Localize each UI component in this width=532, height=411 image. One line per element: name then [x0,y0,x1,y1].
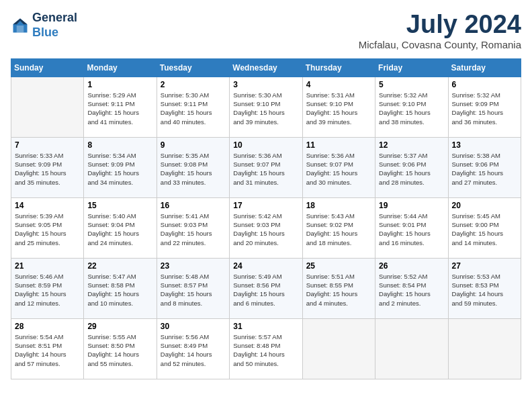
day-info: Sunrise: 5:47 AM Sunset: 8:58 PM Dayligh… [87,272,152,308]
day-number: 19 [379,201,444,210]
day-number: 27 [452,261,517,271]
logo: General Blue [11,11,77,40]
day-cell: 17Sunrise: 5:42 AM Sunset: 9:03 PM Dayli… [230,197,302,258]
day-number: 13 [452,140,517,150]
day-info: Sunrise: 5:42 AM Sunset: 9:03 PM Dayligh… [233,212,298,247]
day-cell: 27Sunrise: 5:53 AM Sunset: 8:53 PM Dayli… [448,258,521,318]
day-cell: 22Sunrise: 5:47 AM Sunset: 8:58 PM Dayli… [84,258,157,318]
title-area: July 2024 Micfalau, Covasna County, Roma… [359,11,521,50]
day-cell: 14Sunrise: 5:39 AM Sunset: 9:05 PM Dayli… [11,197,84,258]
logo-icon [11,16,30,35]
day-number: 11 [306,140,371,150]
day-info: Sunrise: 5:31 AM Sunset: 9:10 PM Dayligh… [306,91,371,126]
day-cell: 1Sunrise: 5:29 AM Sunset: 9:11 PM Daylig… [84,77,157,137]
header-day-friday: Friday [375,58,448,77]
day-number: 6 [452,80,517,89]
day-info: Sunrise: 5:43 AM Sunset: 9:02 PM Dayligh… [306,212,371,247]
day-number: 31 [233,322,298,331]
day-cell: 4Sunrise: 5:31 AM Sunset: 9:10 PM Daylig… [302,77,375,137]
header-day-tuesday: Tuesday [157,58,229,77]
day-info: Sunrise: 5:45 AM Sunset: 9:00 PM Dayligh… [452,212,517,247]
day-cell: 29Sunrise: 5:55 AM Sunset: 8:50 PM Dayli… [84,318,157,379]
day-number: 10 [233,140,298,150]
day-cell: 25Sunrise: 5:51 AM Sunset: 8:55 PM Dayli… [302,258,375,318]
day-info: Sunrise: 5:29 AM Sunset: 9:11 PM Dayligh… [87,91,152,126]
day-number: 12 [379,140,444,150]
day-info: Sunrise: 5:48 AM Sunset: 8:57 PM Dayligh… [161,272,226,308]
header-day-sunday: Sunday [11,58,84,77]
day-cell: 3Sunrise: 5:30 AM Sunset: 9:10 PM Daylig… [230,77,302,137]
day-info: Sunrise: 5:46 AM Sunset: 8:59 PM Dayligh… [15,272,80,308]
day-number: 21 [15,261,80,271]
day-info: Sunrise: 5:36 AM Sunset: 9:07 PM Dayligh… [306,151,371,187]
day-cell: 15Sunrise: 5:40 AM Sunset: 9:04 PM Dayli… [84,197,157,258]
day-number: 18 [306,201,371,210]
day-number: 9 [161,140,226,150]
page-header: General Blue July 2024 Micfalau, Covasna… [11,11,521,50]
day-info: Sunrise: 5:54 AM Sunset: 8:51 PM Dayligh… [15,332,80,368]
day-number: 4 [306,80,371,89]
header-day-monday: Monday [84,58,157,77]
month-title: July 2024 [359,11,521,39]
day-cell: 5Sunrise: 5:32 AM Sunset: 9:10 PM Daylig… [375,77,448,137]
day-info: Sunrise: 5:40 AM Sunset: 9:04 PM Dayligh… [87,212,152,247]
day-cell: 6Sunrise: 5:32 AM Sunset: 9:09 PM Daylig… [448,77,521,137]
day-cell: 24Sunrise: 5:49 AM Sunset: 8:56 PM Dayli… [230,258,302,318]
day-number: 23 [161,261,226,271]
day-info: Sunrise: 5:57 AM Sunset: 8:48 PM Dayligh… [233,332,298,368]
day-cell: 20Sunrise: 5:45 AM Sunset: 9:00 PM Dayli… [448,197,521,258]
day-cell: 16Sunrise: 5:41 AM Sunset: 9:03 PM Dayli… [157,197,229,258]
day-number: 1 [87,80,152,89]
day-number: 30 [161,322,226,331]
day-cell [11,77,84,137]
day-number: 26 [379,261,444,271]
day-info: Sunrise: 5:37 AM Sunset: 9:06 PM Dayligh… [379,151,444,187]
day-info: Sunrise: 5:30 AM Sunset: 9:11 PM Dayligh… [161,91,226,126]
day-info: Sunrise: 5:41 AM Sunset: 9:03 PM Dayligh… [161,212,226,247]
day-number: 5 [379,80,444,89]
day-cell: 18Sunrise: 5:43 AM Sunset: 9:02 PM Dayli… [302,197,375,258]
day-info: Sunrise: 5:52 AM Sunset: 8:54 PM Dayligh… [379,272,444,308]
day-number: 24 [233,261,298,271]
day-info: Sunrise: 5:44 AM Sunset: 9:01 PM Dayligh… [379,212,444,247]
day-number: 20 [452,201,517,210]
day-cell: 31Sunrise: 5:57 AM Sunset: 8:48 PM Dayli… [230,318,302,379]
day-cell [375,318,448,379]
day-info: Sunrise: 5:35 AM Sunset: 9:08 PM Dayligh… [161,151,226,187]
calendar-body: 1Sunrise: 5:29 AM Sunset: 9:11 PM Daylig… [11,77,521,379]
day-info: Sunrise: 5:56 AM Sunset: 8:49 PM Dayligh… [161,332,226,368]
day-number: 15 [87,201,152,210]
day-cell: 23Sunrise: 5:48 AM Sunset: 8:57 PM Dayli… [157,258,229,318]
week-row-2: 7Sunrise: 5:33 AM Sunset: 9:09 PM Daylig… [11,137,521,197]
day-cell: 2Sunrise: 5:30 AM Sunset: 9:11 PM Daylig… [157,77,229,137]
svg-rect-2 [17,26,24,33]
calendar-header: SundayMondayTuesdayWednesdayThursdayFrid… [11,58,521,77]
day-cell: 19Sunrise: 5:44 AM Sunset: 9:01 PM Dayli… [375,197,448,258]
day-number: 8 [87,140,152,150]
day-info: Sunrise: 5:38 AM Sunset: 9:06 PM Dayligh… [452,151,517,187]
week-row-1: 1Sunrise: 5:29 AM Sunset: 9:11 PM Daylig… [11,77,521,137]
day-info: Sunrise: 5:39 AM Sunset: 9:05 PM Dayligh… [15,212,80,247]
day-cell: 9Sunrise: 5:35 AM Sunset: 9:08 PM Daylig… [157,137,229,197]
header-day-saturday: Saturday [448,58,521,77]
day-info: Sunrise: 5:32 AM Sunset: 9:10 PM Dayligh… [379,91,444,126]
logo-general: General [32,11,77,24]
header-day-thursday: Thursday [302,58,375,77]
day-cell: 28Sunrise: 5:54 AM Sunset: 8:51 PM Dayli… [11,318,84,379]
day-number: 3 [233,80,298,89]
day-number: 2 [161,80,226,89]
day-info: Sunrise: 5:51 AM Sunset: 8:55 PM Dayligh… [306,272,371,308]
day-number: 25 [306,261,371,271]
day-info: Sunrise: 5:32 AM Sunset: 9:09 PM Dayligh… [452,91,517,126]
logo-blue: Blue [32,26,58,39]
header-row: SundayMondayTuesdayWednesdayThursdayFrid… [11,58,521,77]
day-number: 17 [233,201,298,210]
week-row-4: 21Sunrise: 5:46 AM Sunset: 8:59 PM Dayli… [11,258,521,318]
day-cell: 21Sunrise: 5:46 AM Sunset: 8:59 PM Dayli… [11,258,84,318]
day-cell: 11Sunrise: 5:36 AM Sunset: 9:07 PM Dayli… [302,137,375,197]
day-info: Sunrise: 5:49 AM Sunset: 8:56 PM Dayligh… [233,272,298,308]
day-info: Sunrise: 5:34 AM Sunset: 9:09 PM Dayligh… [87,151,152,187]
logo-text: General Blue [32,11,77,40]
calendar-table: SundayMondayTuesdayWednesdayThursdayFrid… [11,58,521,379]
day-number: 28 [15,322,80,331]
